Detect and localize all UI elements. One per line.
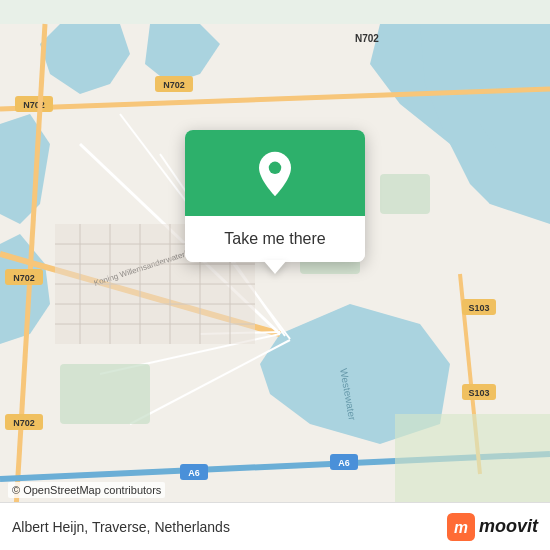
svg-rect-48 <box>60 364 150 424</box>
map-container: N702 N702 N702 N702 Koning Willemsanderw… <box>0 0 550 550</box>
svg-point-54 <box>269 162 281 174</box>
popup-header <box>185 130 365 216</box>
bottom-bar: Albert Heijn, Traverse, Netherlands m mo… <box>0 502 550 550</box>
moovit-icon: m <box>447 513 475 541</box>
popup-tail <box>263 260 287 274</box>
location-popup: Take me there <box>185 130 365 262</box>
moovit-text: moovit <box>479 516 538 537</box>
map-background: N702 N702 N702 N702 Koning Willemsanderw… <box>0 0 550 550</box>
moovit-logo: m moovit <box>447 513 538 541</box>
svg-rect-50 <box>380 174 430 214</box>
take-me-there-button[interactable]: Take me there <box>185 216 365 262</box>
svg-text:A6: A6 <box>188 468 200 478</box>
svg-text:N702: N702 <box>13 273 35 283</box>
location-pin-icon <box>251 150 299 198</box>
location-label: Albert Heijn, Traverse, Netherlands <box>12 519 230 535</box>
svg-text:m: m <box>454 519 468 536</box>
svg-text:S103: S103 <box>468 303 489 313</box>
svg-text:N702: N702 <box>355 33 379 44</box>
svg-text:S103: S103 <box>468 388 489 398</box>
svg-text:N702: N702 <box>13 418 35 428</box>
svg-text:A6: A6 <box>338 458 350 468</box>
osm-credit: © OpenStreetMap contributors <box>8 482 165 498</box>
svg-text:N702: N702 <box>163 80 185 90</box>
